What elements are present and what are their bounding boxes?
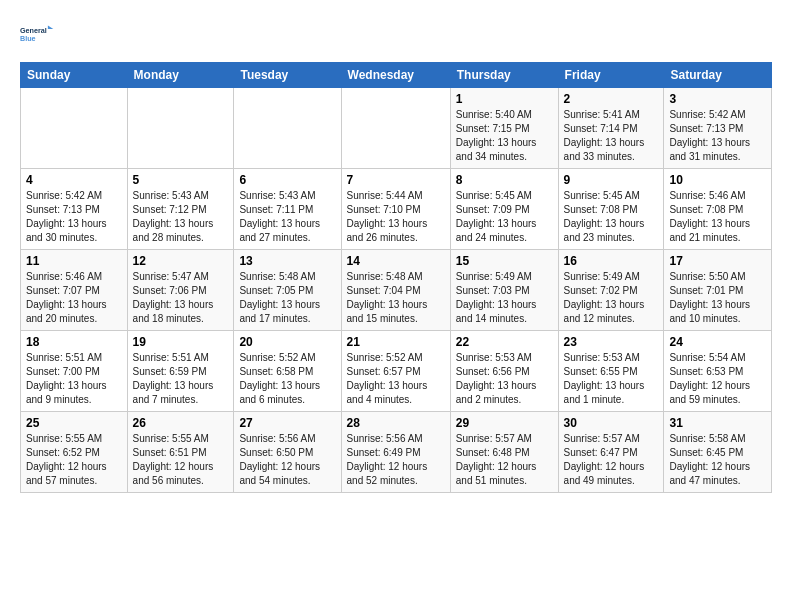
day-number: 13 (239, 254, 335, 268)
day-number: 4 (26, 173, 122, 187)
col-header-wednesday: Wednesday (341, 63, 450, 88)
col-header-tuesday: Tuesday (234, 63, 341, 88)
day-info: Sunrise: 5:53 AM Sunset: 6:55 PM Dayligh… (564, 351, 659, 407)
day-cell: 28Sunrise: 5:56 AM Sunset: 6:49 PM Dayli… (341, 412, 450, 493)
day-info: Sunrise: 5:56 AM Sunset: 6:49 PM Dayligh… (347, 432, 445, 488)
day-cell: 7Sunrise: 5:44 AM Sunset: 7:10 PM Daylig… (341, 169, 450, 250)
calendar-table: SundayMondayTuesdayWednesdayThursdayFrid… (20, 62, 772, 493)
day-number: 19 (133, 335, 229, 349)
day-cell: 18Sunrise: 5:51 AM Sunset: 7:00 PM Dayli… (21, 331, 128, 412)
day-cell: 26Sunrise: 5:55 AM Sunset: 6:51 PM Dayli… (127, 412, 234, 493)
day-number: 28 (347, 416, 445, 430)
day-info: Sunrise: 5:56 AM Sunset: 6:50 PM Dayligh… (239, 432, 335, 488)
day-info: Sunrise: 5:47 AM Sunset: 7:06 PM Dayligh… (133, 270, 229, 326)
day-info: Sunrise: 5:51 AM Sunset: 7:00 PM Dayligh… (26, 351, 122, 407)
day-info: Sunrise: 5:43 AM Sunset: 7:11 PM Dayligh… (239, 189, 335, 245)
week-row-3: 11Sunrise: 5:46 AM Sunset: 7:07 PM Dayli… (21, 250, 772, 331)
day-cell: 2Sunrise: 5:41 AM Sunset: 7:14 PM Daylig… (558, 88, 664, 169)
day-info: Sunrise: 5:52 AM Sunset: 6:57 PM Dayligh… (347, 351, 445, 407)
day-cell: 29Sunrise: 5:57 AM Sunset: 6:48 PM Dayli… (450, 412, 558, 493)
day-info: Sunrise: 5:55 AM Sunset: 6:51 PM Dayligh… (133, 432, 229, 488)
day-cell: 21Sunrise: 5:52 AM Sunset: 6:57 PM Dayli… (341, 331, 450, 412)
day-info: Sunrise: 5:53 AM Sunset: 6:56 PM Dayligh… (456, 351, 553, 407)
day-number: 16 (564, 254, 659, 268)
svg-text:Blue: Blue (20, 34, 36, 43)
day-number: 30 (564, 416, 659, 430)
day-cell: 1Sunrise: 5:40 AM Sunset: 7:15 PM Daylig… (450, 88, 558, 169)
day-cell: 6Sunrise: 5:43 AM Sunset: 7:11 PM Daylig… (234, 169, 341, 250)
day-info: Sunrise: 5:49 AM Sunset: 7:02 PM Dayligh… (564, 270, 659, 326)
svg-text:General: General (20, 26, 47, 35)
day-info: Sunrise: 5:46 AM Sunset: 7:07 PM Dayligh… (26, 270, 122, 326)
day-cell: 11Sunrise: 5:46 AM Sunset: 7:07 PM Dayli… (21, 250, 128, 331)
day-number: 6 (239, 173, 335, 187)
day-number: 10 (669, 173, 766, 187)
day-number: 8 (456, 173, 553, 187)
day-number: 31 (669, 416, 766, 430)
day-number: 9 (564, 173, 659, 187)
day-number: 7 (347, 173, 445, 187)
day-info: Sunrise: 5:44 AM Sunset: 7:10 PM Dayligh… (347, 189, 445, 245)
week-row-1: 1Sunrise: 5:40 AM Sunset: 7:15 PM Daylig… (21, 88, 772, 169)
day-number: 21 (347, 335, 445, 349)
day-info: Sunrise: 5:43 AM Sunset: 7:12 PM Dayligh… (133, 189, 229, 245)
day-number: 26 (133, 416, 229, 430)
day-info: Sunrise: 5:42 AM Sunset: 7:13 PM Dayligh… (669, 108, 766, 164)
day-info: Sunrise: 5:41 AM Sunset: 7:14 PM Dayligh… (564, 108, 659, 164)
day-info: Sunrise: 5:45 AM Sunset: 7:08 PM Dayligh… (564, 189, 659, 245)
day-cell: 8Sunrise: 5:45 AM Sunset: 7:09 PM Daylig… (450, 169, 558, 250)
col-header-friday: Friday (558, 63, 664, 88)
col-header-saturday: Saturday (664, 63, 772, 88)
day-info: Sunrise: 5:40 AM Sunset: 7:15 PM Dayligh… (456, 108, 553, 164)
week-row-2: 4Sunrise: 5:42 AM Sunset: 7:13 PM Daylig… (21, 169, 772, 250)
day-cell: 15Sunrise: 5:49 AM Sunset: 7:03 PM Dayli… (450, 250, 558, 331)
day-cell: 5Sunrise: 5:43 AM Sunset: 7:12 PM Daylig… (127, 169, 234, 250)
day-info: Sunrise: 5:52 AM Sunset: 6:58 PM Dayligh… (239, 351, 335, 407)
col-header-sunday: Sunday (21, 63, 128, 88)
day-info: Sunrise: 5:48 AM Sunset: 7:05 PM Dayligh… (239, 270, 335, 326)
day-number: 25 (26, 416, 122, 430)
day-number: 20 (239, 335, 335, 349)
day-info: Sunrise: 5:48 AM Sunset: 7:04 PM Dayligh… (347, 270, 445, 326)
day-number: 15 (456, 254, 553, 268)
day-cell: 30Sunrise: 5:57 AM Sunset: 6:47 PM Dayli… (558, 412, 664, 493)
day-cell: 20Sunrise: 5:52 AM Sunset: 6:58 PM Dayli… (234, 331, 341, 412)
day-cell (21, 88, 128, 169)
day-info: Sunrise: 5:50 AM Sunset: 7:01 PM Dayligh… (669, 270, 766, 326)
col-header-monday: Monday (127, 63, 234, 88)
day-info: Sunrise: 5:46 AM Sunset: 7:08 PM Dayligh… (669, 189, 766, 245)
day-number: 23 (564, 335, 659, 349)
day-info: Sunrise: 5:42 AM Sunset: 7:13 PM Dayligh… (26, 189, 122, 245)
day-cell: 14Sunrise: 5:48 AM Sunset: 7:04 PM Dayli… (341, 250, 450, 331)
logo: GeneralBlue (20, 16, 56, 52)
day-cell: 31Sunrise: 5:58 AM Sunset: 6:45 PM Dayli… (664, 412, 772, 493)
col-header-thursday: Thursday (450, 63, 558, 88)
day-cell: 3Sunrise: 5:42 AM Sunset: 7:13 PM Daylig… (664, 88, 772, 169)
day-info: Sunrise: 5:45 AM Sunset: 7:09 PM Dayligh… (456, 189, 553, 245)
page-container: GeneralBlue SundayMondayTuesdayWednesday… (0, 0, 792, 503)
header-row: SundayMondayTuesdayWednesdayThursdayFrid… (21, 63, 772, 88)
day-number: 11 (26, 254, 122, 268)
day-info: Sunrise: 5:58 AM Sunset: 6:45 PM Dayligh… (669, 432, 766, 488)
day-cell: 17Sunrise: 5:50 AM Sunset: 7:01 PM Dayli… (664, 250, 772, 331)
day-number: 22 (456, 335, 553, 349)
day-cell: 25Sunrise: 5:55 AM Sunset: 6:52 PM Dayli… (21, 412, 128, 493)
day-number: 3 (669, 92, 766, 106)
day-cell: 24Sunrise: 5:54 AM Sunset: 6:53 PM Dayli… (664, 331, 772, 412)
day-info: Sunrise: 5:57 AM Sunset: 6:48 PM Dayligh… (456, 432, 553, 488)
day-cell (127, 88, 234, 169)
day-cell: 19Sunrise: 5:51 AM Sunset: 6:59 PM Dayli… (127, 331, 234, 412)
day-number: 1 (456, 92, 553, 106)
day-number: 24 (669, 335, 766, 349)
logo-icon: GeneralBlue (20, 16, 56, 52)
day-number: 2 (564, 92, 659, 106)
day-cell: 22Sunrise: 5:53 AM Sunset: 6:56 PM Dayli… (450, 331, 558, 412)
day-info: Sunrise: 5:54 AM Sunset: 6:53 PM Dayligh… (669, 351, 766, 407)
day-number: 18 (26, 335, 122, 349)
day-cell (234, 88, 341, 169)
header: GeneralBlue (20, 16, 772, 52)
day-cell: 16Sunrise: 5:49 AM Sunset: 7:02 PM Dayli… (558, 250, 664, 331)
day-cell: 12Sunrise: 5:47 AM Sunset: 7:06 PM Dayli… (127, 250, 234, 331)
day-number: 5 (133, 173, 229, 187)
day-number: 12 (133, 254, 229, 268)
